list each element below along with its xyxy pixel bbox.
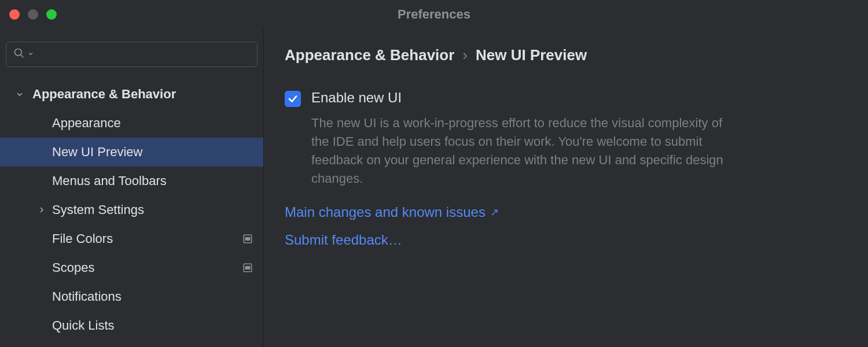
- tree-item-quick-lists[interactable]: Quick Lists: [0, 311, 263, 340]
- tree-item-label: System Settings: [52, 202, 263, 217]
- search-icon: [13, 47, 25, 61]
- maximize-window-button[interactable]: [46, 9, 57, 20]
- svg-line-1: [21, 55, 24, 58]
- enable-new-ui-description: The new UI is a work-in-progress effort …: [311, 114, 728, 188]
- submit-feedback-link[interactable]: Submit feedback…: [285, 232, 847, 248]
- search-field[interactable]: [6, 42, 258, 67]
- svg-point-0: [15, 49, 22, 56]
- configurable-icon: [242, 263, 253, 273]
- tree-group-label: Appearance & Behavior: [32, 87, 263, 102]
- titlebar: Preferences: [0, 0, 868, 29]
- settings-tree: Appearance & Behavior Appearance New UI …: [0, 80, 263, 340]
- tree-item-new-ui-preview[interactable]: New UI Preview: [0, 138, 263, 167]
- tree-item-label: Menus and Toolbars: [52, 174, 263, 189]
- close-window-button[interactable]: [9, 9, 20, 20]
- tree-item-menus-toolbars[interactable]: Menus and Toolbars: [0, 167, 263, 195]
- link-label: Submit feedback…: [285, 232, 402, 248]
- window-title: Preferences: [0, 7, 868, 22]
- check-icon: [288, 94, 298, 104]
- breadcrumb: Appearance & Behavior › New UI Preview: [285, 46, 847, 64]
- tree-item-label: Quick Lists: [52, 318, 263, 333]
- breadcrumb-parent[interactable]: Appearance & Behavior: [285, 46, 454, 64]
- settings-panel: Appearance & Behavior › New UI Preview E…: [264, 29, 868, 347]
- enable-new-ui-checkbox[interactable]: [285, 91, 301, 107]
- tree-item-label: New UI Preview: [52, 145, 263, 160]
- tree-item-label: Appearance: [52, 116, 263, 131]
- minimize-window-button[interactable]: [28, 9, 38, 20]
- tree-group-appearance-behavior[interactable]: Appearance & Behavior: [0, 80, 263, 109]
- tree-item-system-settings[interactable]: System Settings: [0, 195, 263, 224]
- tree-item-file-colors[interactable]: File Colors: [0, 224, 263, 253]
- tree-item-notifications[interactable]: Notifications: [0, 282, 263, 311]
- breadcrumb-separator-icon: ›: [462, 46, 468, 64]
- tree-item-scopes[interactable]: Scopes: [0, 253, 263, 282]
- chevron-down-icon[interactable]: [27, 49, 34, 60]
- breadcrumb-current: New UI Preview: [476, 46, 587, 64]
- tree-item-appearance[interactable]: Appearance: [0, 109, 263, 138]
- svg-rect-3: [245, 238, 250, 241]
- tree-item-label: Scopes: [52, 260, 242, 275]
- svg-rect-5: [245, 267, 250, 270]
- tree-item-label: Notifications: [52, 289, 263, 304]
- main-changes-link[interactable]: Main changes and known issues ↗: [285, 204, 847, 220]
- link-label: Main changes and known issues: [285, 204, 486, 220]
- enable-new-ui-label[interactable]: Enable new UI: [311, 90, 402, 106]
- chevron-right-icon[interactable]: [35, 205, 49, 215]
- tree-item-label: File Colors: [52, 231, 242, 246]
- window-controls: [0, 9, 57, 20]
- search-input[interactable]: [36, 48, 250, 61]
- preferences-sidebar: Appearance & Behavior Appearance New UI …: [0, 29, 264, 347]
- external-link-icon: ↗: [490, 206, 499, 219]
- configurable-icon: [242, 234, 253, 244]
- chevron-down-icon[interactable]: [13, 90, 27, 99]
- enable-new-ui-setting: Enable new UI: [285, 90, 847, 107]
